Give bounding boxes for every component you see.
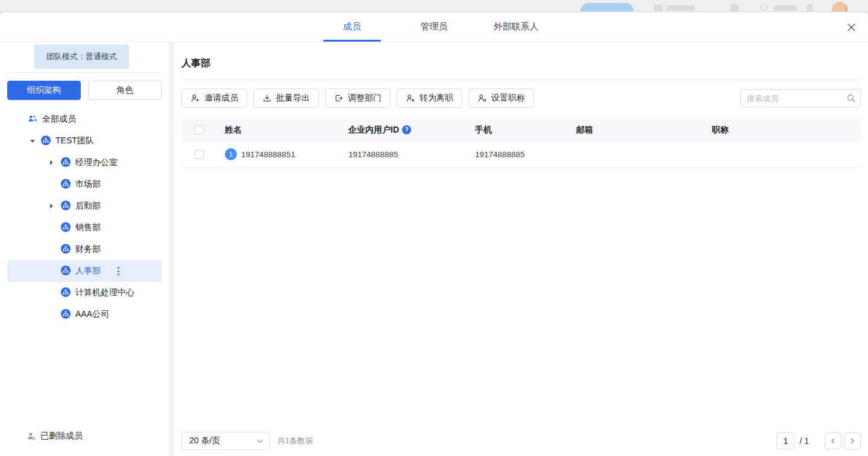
background-ghost-text (666, 5, 695, 11)
sidebar-segmented-control: 组织架构 角色 (7, 81, 162, 100)
caret-down-icon[interactable] (30, 140, 41, 143)
avatar: 1 (225, 148, 237, 160)
department-icon (61, 179, 71, 190)
tree-item-label: 计算机处理中心 (75, 287, 134, 298)
tree-item-computer-center[interactable]: 计算机处理中心 (7, 282, 162, 304)
select-all-checkbox[interactable] (195, 125, 204, 134)
col-header-phone: 手机 (475, 125, 576, 136)
deleted-members-link[interactable]: 已删除成员 (0, 431, 169, 442)
caret-right-icon[interactable] (50, 160, 61, 165)
tree-item-all-members[interactable]: 全部成员 (7, 108, 162, 130)
pagination: / 1 (776, 433, 861, 449)
prev-page-button[interactable] (825, 433, 841, 449)
search-member (740, 89, 861, 107)
department-icon (41, 136, 51, 147)
member-management-modal: 成员 管理员 外部联系人 团队模式：普通模式 组织架构 角色 (0, 12, 868, 456)
tab-admins[interactable]: 管理员 (405, 12, 463, 42)
tab-bar: 成员 管理员 外部联系人 (323, 12, 545, 42)
background-ghost-icon (654, 4, 662, 12)
tree-item-label: 经理办公室 (75, 157, 118, 168)
members-table: 姓名 企业内用户ID ? 手机 邮箱 职称 1 191748888 (181, 119, 861, 168)
screen: 成员 管理员 外部联系人 团队模式：普通模式 组织架构 角色 (0, 0, 868, 456)
search-input[interactable] (740, 89, 861, 107)
caret-right-icon[interactable] (50, 204, 61, 208)
total-count-label: 共1条数据 (277, 436, 313, 446)
tree-item-label: 市场部 (75, 179, 101, 190)
modal-body: 团队模式：普通模式 组织架构 角色 全部成员 (0, 42, 868, 456)
col-header-name: 姓名 (225, 125, 348, 136)
tree-item-label: 销售部 (75, 222, 101, 233)
sidebar-scrollbar-gutter[interactable] (169, 42, 174, 456)
chevron-right-icon (849, 437, 856, 445)
close-icon[interactable] (844, 20, 858, 34)
table-header-row: 姓名 企业内用户ID ? 手机 邮箱 职称 (181, 119, 861, 141)
tree-item-sales-dept[interactable]: 销售部 (7, 217, 162, 239)
members-group-icon (28, 114, 37, 125)
tab-members[interactable]: 成员 (323, 12, 381, 42)
tree-item-market-dept[interactable]: 市场部 (7, 173, 162, 195)
person-add-icon (190, 93, 200, 103)
background-app-bar (0, 0, 868, 12)
background-ghost-text (774, 5, 797, 11)
tree-item-label: 后勤部 (75, 201, 101, 211)
tree-item-manager-office[interactable]: 经理办公室 (7, 152, 162, 173)
chevron-left-icon (829, 437, 837, 445)
invite-member-button[interactable]: 邀请成员 (181, 89, 247, 108)
member-phone: 19174888885 (475, 150, 576, 159)
tree-item-aaa-company[interactable]: AAA公司 (7, 304, 162, 325)
background-ghost-circle (761, 4, 768, 11)
total-pages-label: / 1 (799, 436, 809, 446)
table-footer: 20 条/页 共1条数据 / 1 (181, 432, 861, 450)
background-blue-pill (580, 3, 634, 12)
tab-external-contacts[interactable]: 外部联系人 (487, 12, 545, 42)
department-icon (61, 266, 71, 277)
org-structure-button[interactable]: 组织架构 (7, 81, 81, 100)
tree-item-label: AAA公司 (75, 309, 109, 320)
tree-item-hr-dept[interactable]: 人事部 (7, 260, 162, 282)
title-divider (181, 80, 861, 80)
download-icon (262, 93, 272, 103)
tree-item-label: 全部成员 (42, 114, 76, 125)
tree-item-label: 财务部 (75, 244, 101, 255)
toolbar: 邀请成员 批量导出 调整部门 转为离职 (181, 89, 861, 108)
set-resigned-button[interactable]: 转为离职 (397, 89, 462, 108)
search-icon[interactable] (846, 93, 856, 105)
department-icon (61, 157, 71, 169)
batch-export-button[interactable]: 批量导出 (253, 89, 319, 108)
row-checkbox[interactable] (195, 150, 204, 159)
current-page-input[interactable] (776, 433, 794, 449)
tree-item-label: 人事部 (75, 266, 101, 276)
more-actions-icon[interactable] (118, 267, 119, 275)
team-mode-badge: 团队模式：普通模式 (34, 45, 129, 69)
department-icon (61, 287, 71, 299)
tree-item-finance-dept[interactable]: 财务部 (7, 239, 162, 260)
sidebar-divider (7, 72, 162, 73)
member-user-id: 19174888885 (348, 150, 475, 159)
deleted-member-icon (27, 431, 36, 441)
move-out-icon (334, 93, 344, 103)
background-avatar (832, 2, 848, 12)
tree-item-test-team[interactable]: TEST团队 (7, 130, 162, 152)
department-icon (61, 201, 71, 212)
role-button[interactable]: 角色 (88, 81, 162, 100)
adjust-department-button[interactable]: 调整部门 (325, 89, 391, 108)
background-ghost-icon (807, 4, 813, 12)
person-remove-icon (406, 93, 415, 103)
table-row[interactable]: 1 191748888851 19174888885 19174888885 (181, 141, 861, 168)
main-content: 人事部 邀请成员 批量导出 调整部门 (174, 42, 868, 456)
col-header-title: 职称 (712, 125, 861, 136)
sidebar: 团队模式：普通模式 组织架构 角色 全部成员 (0, 42, 169, 456)
set-title-button[interactable]: 设置职称 (468, 89, 534, 108)
member-name: 191748888851 (241, 150, 295, 159)
help-icon[interactable]: ? (402, 125, 411, 134)
tree-item-logistics-dept[interactable]: 后勤部 (7, 195, 162, 217)
org-tree: 全部成员 TEST团队 经理办公室 (0, 108, 169, 456)
background-ghost-icon (731, 4, 739, 12)
tree-item-label: TEST团队 (55, 136, 94, 146)
page-size-select[interactable]: 20 条/页 (181, 432, 270, 450)
next-page-button[interactable] (844, 433, 861, 449)
col-header-email: 邮箱 (576, 125, 712, 136)
person-gear-icon (477, 93, 487, 103)
chevron-down-icon (256, 438, 263, 445)
department-icon (61, 309, 71, 320)
